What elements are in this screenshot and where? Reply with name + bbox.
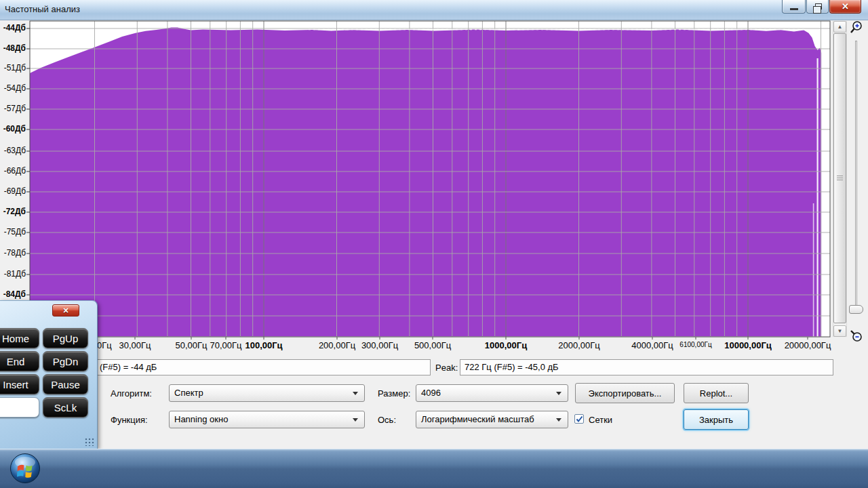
db-tick-label: -84Дб [0, 289, 26, 299]
algorithm-value: Спектр [174, 388, 203, 398]
frequency-tick-label: 2000,00Гц [558, 340, 599, 350]
osk-key-pgup[interactable]: PgUp [43, 328, 88, 348]
db-tick-label: -72Дб [0, 207, 26, 216]
algorithm-select[interactable]: Спектр [169, 384, 365, 402]
frequency-tick-label: 500,00Гц [414, 340, 451, 350]
frequency-tick-label: 100,00Гц [245, 340, 282, 350]
resize-grip-icon[interactable] [85, 438, 94, 446]
desktop-screen: Частотный анализ ✕ -44Дб-48Дб-51Дб-54Дб-… [0, 0, 868, 488]
frequency-tick-label: 4000,00Гц [631, 340, 673, 350]
scrollbar-down-arrow[interactable]: ▼ [833, 325, 846, 337]
scrollbar-up-arrow[interactable]: ▲ [833, 21, 846, 33]
chevron-down-icon [353, 392, 358, 395]
axis-select[interactable]: Логарифмический масштаб [416, 411, 568, 428]
chevron-down-icon [353, 418, 358, 422]
osk-key-pause[interactable]: Pause [43, 374, 88, 394]
db-tick-label: -69Дб [0, 186, 26, 196]
size-label: Размер: [378, 388, 410, 399]
frequency-tick-label: 30,00Гц [119, 340, 151, 350]
db-tick-label: -81Дб [0, 269, 26, 279]
db-tick-label: -63Дб [0, 146, 26, 155]
scrollbar-grip-icon [837, 176, 843, 181]
frequency-tick-label: 50,00Гц [175, 340, 207, 350]
db-tick-label: -57Дб [0, 104, 26, 113]
db-tick-label: -75Дб [0, 227, 26, 237]
frequency-tick-label: 6100,00Гц [679, 341, 711, 348]
spectrum-plot[interactable] [0, 0, 868, 352]
db-tick-label: -60Дб [0, 124, 26, 134]
taskbar: e [0, 449, 868, 488]
size-value: 4096 [421, 388, 441, 398]
frequency-tick-label: 10000,00Гц [724, 340, 772, 350]
frequency-tick-label: 1000,00Гц [485, 340, 527, 350]
grids-checkbox-label: Сетки [589, 415, 612, 425]
db-tick-label: -44Дб [0, 23, 26, 33]
checkmark-icon [576, 415, 583, 423]
frequency-tick-label: 70,00Гц [210, 340, 241, 350]
osk-key-sclk[interactable]: ScLk [43, 397, 88, 418]
frequency-tick-label: 20000,00Гц [785, 340, 831, 350]
function-select[interactable]: Hanning окно [169, 411, 365, 428]
zoom-out-icon[interactable] [849, 329, 864, 344]
osk-key-insert[interactable]: Insert [0, 374, 39, 394]
peak-label: Peak: [435, 363, 458, 373]
grids-checkbox[interactable] [574, 414, 584, 424]
db-tick-label: -51Дб [0, 63, 26, 73]
zoom-slider-track[interactable] [855, 41, 857, 310]
zoom-in-icon[interactable] [849, 20, 864, 35]
chevron-down-icon [556, 392, 561, 395]
peak-status-text: 722 Гц (F#5) = -45,0 дБ [465, 362, 559, 372]
db-tick-label: -66Дб [0, 166, 26, 176]
close-dialog-button[interactable]: Закрыть [684, 409, 749, 430]
frequency-tick-label: 200,00Гц [319, 340, 355, 350]
axis-label: Ось: [378, 415, 396, 425]
export-button[interactable]: Экспортировать... [575, 383, 675, 403]
replot-button[interactable]: Replot... [684, 383, 749, 403]
close-icon: ✕ [62, 306, 68, 315]
function-label: Функция: [111, 415, 148, 425]
osk-key-home[interactable]: Home [0, 328, 39, 348]
osk-key-blank[interactable] [0, 397, 39, 418]
spectrum-area [30, 28, 821, 337]
osk-key-pgdn[interactable]: PgDn [43, 351, 88, 371]
frequency-tick-label: 0Гц [97, 340, 112, 350]
db-tick-label: -48Дб [0, 43, 26, 53]
scrollbar-thumb[interactable] [833, 33, 846, 323]
chevron-down-icon [556, 418, 561, 422]
db-tick-label: -78Дб [0, 248, 26, 258]
start-orb[interactable] [9, 452, 41, 485]
cursor-status-box: (F#5) = -44 дБ [95, 359, 431, 375]
zoom-slider-thumb[interactable] [849, 305, 863, 314]
function-value: Hanning окно [174, 414, 228, 424]
osk-close-button[interactable]: ✕ [52, 304, 79, 317]
db-tick-label: -54Дб [0, 83, 26, 93]
axis-value: Логарифмический масштаб [421, 414, 534, 424]
frequency-tick-label: 300,00Гц [361, 340, 398, 350]
size-select[interactable]: 4096 [416, 384, 568, 402]
algorithm-label: Алгоритм: [111, 388, 152, 399]
osk-key-end[interactable]: End [0, 351, 39, 371]
onscreen-keyboard[interactable]: ✕ HomePgUpEndPgDnInsertPauseScLk [0, 300, 98, 449]
peak-status-box: 722 Гц (F#5) = -45,0 дБ [460, 359, 833, 375]
cursor-status-text: (F#5) = -44 дБ [100, 362, 157, 372]
